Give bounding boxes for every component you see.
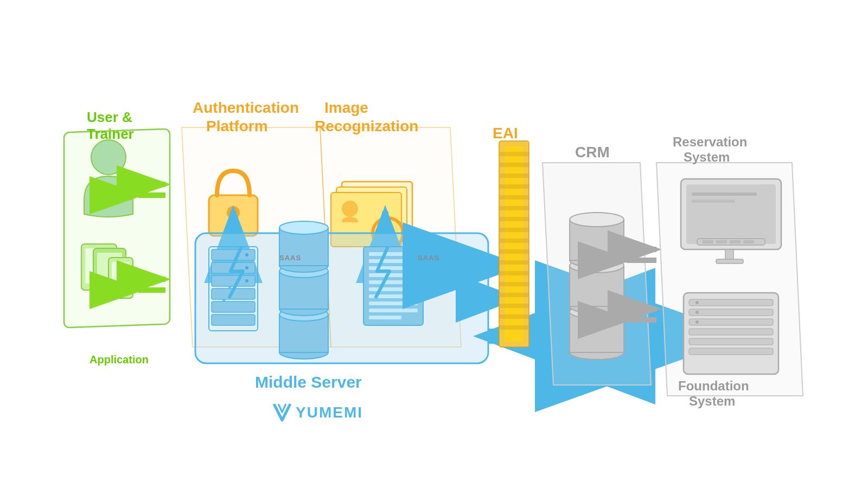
svg-rect-77 <box>499 314 529 319</box>
svg-point-25 <box>342 201 358 217</box>
svg-rect-99 <box>692 192 757 196</box>
svg-text:YUMEMI: YUMEMI <box>296 404 363 421</box>
svg-text:Middle Server: Middle Server <box>255 373 362 391</box>
svg-rect-34 <box>212 301 255 312</box>
svg-rect-69 <box>499 228 529 232</box>
svg-rect-57 <box>369 301 418 305</box>
svg-point-88 <box>570 213 624 227</box>
svg-point-110 <box>695 320 699 324</box>
svg-rect-97 <box>725 249 733 260</box>
svg-text:CRM: CRM <box>575 144 610 160</box>
svg-rect-65 <box>499 184 529 189</box>
svg-rect-94 <box>716 240 727 243</box>
svg-text:Authentication: Authentication <box>193 99 299 116</box>
svg-rect-107 <box>689 348 773 355</box>
svg-rect-68 <box>499 217 529 221</box>
svg-text:Reservation: Reservation <box>673 134 747 149</box>
svg-rect-66 <box>499 195 529 200</box>
svg-rect-54 <box>369 280 418 284</box>
svg-text:Image: Image <box>324 99 368 116</box>
svg-text:Application: Application <box>90 354 149 365</box>
svg-point-16 <box>119 293 122 296</box>
svg-rect-59 <box>369 316 401 319</box>
svg-rect-106 <box>689 338 773 345</box>
svg-rect-104 <box>689 319 773 325</box>
svg-rect-70 <box>499 239 529 243</box>
svg-text:Foundation: Foundation <box>678 378 749 393</box>
svg-rect-63 <box>499 163 529 167</box>
svg-text:Recognization: Recognization <box>315 118 418 134</box>
svg-point-38 <box>245 266 248 269</box>
svg-rect-103 <box>689 309 773 316</box>
svg-text:Trainer: Trainer <box>87 126 134 142</box>
svg-rect-95 <box>730 240 741 243</box>
svg-rect-58 <box>369 309 418 312</box>
svg-point-37 <box>245 253 248 256</box>
svg-text:User &: User & <box>87 109 132 125</box>
svg-rect-105 <box>689 329 773 335</box>
svg-text:EAI: EAI <box>493 125 518 142</box>
svg-text:System: System <box>684 150 730 164</box>
svg-text:System: System <box>689 394 735 408</box>
svg-rect-96 <box>743 240 754 243</box>
svg-text:SAAS: SAAS <box>279 254 301 262</box>
svg-rect-35 <box>212 314 255 325</box>
svg-text:SAAS: SAAS <box>418 254 439 262</box>
svg-point-108 <box>695 301 699 304</box>
svg-rect-49 <box>363 247 423 325</box>
svg-rect-73 <box>499 271 529 275</box>
diagram-container: SAAS SAAS User & Trainer Authentication … <box>54 33 814 455</box>
svg-point-109 <box>695 311 699 314</box>
svg-rect-67 <box>499 206 529 210</box>
svg-point-8 <box>91 140 126 175</box>
svg-rect-62 <box>499 152 529 156</box>
svg-rect-50 <box>369 252 418 256</box>
svg-point-48 <box>279 221 328 234</box>
svg-rect-15 <box>112 262 130 292</box>
svg-rect-71 <box>499 249 529 254</box>
svg-rect-98 <box>716 259 743 264</box>
svg-rect-100 <box>692 200 735 203</box>
svg-point-39 <box>245 279 248 282</box>
svg-rect-75 <box>499 293 529 297</box>
svg-rect-51 <box>369 259 418 263</box>
svg-rect-72 <box>499 260 529 265</box>
svg-rect-78 <box>499 325 529 330</box>
svg-rect-53 <box>369 273 418 277</box>
svg-text:Platform: Platform <box>206 118 268 134</box>
svg-rect-93 <box>703 240 713 243</box>
svg-rect-102 <box>689 299 773 306</box>
svg-rect-55 <box>369 287 418 291</box>
svg-rect-64 <box>499 174 529 178</box>
svg-rect-76 <box>499 304 529 308</box>
diagram-svg: SAAS SAAS User & Trainer Authentication … <box>54 33 814 455</box>
svg-rect-74 <box>499 282 529 286</box>
